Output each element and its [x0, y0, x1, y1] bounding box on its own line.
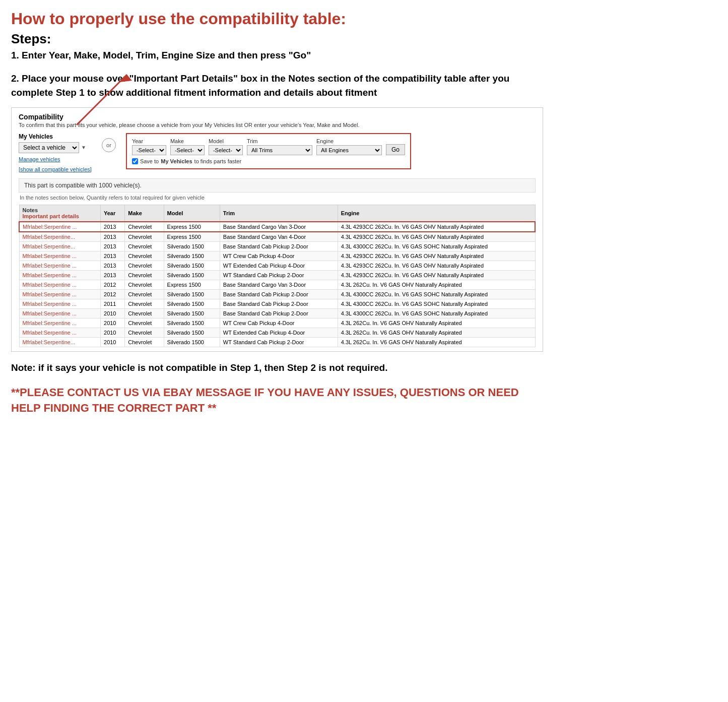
table-cell: Chevrolet — [125, 280, 164, 289]
steps-heading: Steps: — [11, 31, 543, 47]
table-row: Mfrlabel:Serpentine ...2012ChevroletExpr… — [19, 280, 535, 289]
engine-select[interactable]: All Engines — [316, 145, 382, 155]
table-cell: Chevrolet — [125, 328, 164, 337]
red-arrow-annotation — [61, 70, 142, 130]
table-cell: 4.3L 4300CC 262Cu. In. V6 GAS SOHC Natur… — [338, 308, 535, 318]
table-cell: 4.3L 4293CC 262Cu. In. V6 GAS OHV Natura… — [338, 270, 535, 280]
table-row: Mfrlabel:Serpentine ...2013ChevroletSilv… — [19, 251, 535, 261]
compat-count-bar: This part is compatible with 1000 vehicl… — [19, 178, 536, 193]
year-label: Year — [132, 138, 166, 144]
table-cell: WT Crew Cab Pickup 4-Door — [220, 318, 338, 328]
compatibility-table: Notes Important part details Year Make M… — [19, 205, 536, 347]
my-vehicles-section: My Vehicles Select a vehicle ▼ Manage ve… — [19, 133, 92, 173]
go-button[interactable]: Go — [386, 144, 405, 155]
table-cell: Silverado 1500 — [164, 299, 220, 308]
table-cell: Mfrlabel:Serpentine ... — [19, 299, 101, 308]
table-cell: Silverado 1500 — [164, 241, 220, 251]
table-row: Mfrlabel:Serpentine ...2013ChevroletExpr… — [19, 222, 535, 232]
table-cell: 4.3L 262Cu. In. V6 GAS OHV Naturally Asp… — [338, 280, 535, 289]
table-cell: 4.3L 4293CC 262Cu. In. V6 GAS OHV Natura… — [338, 251, 535, 261]
table-cell: Chevrolet — [125, 318, 164, 328]
make-select[interactable]: -Select- — [170, 145, 205, 155]
col-header-notes: Notes Important part details — [19, 205, 101, 222]
table-cell: WT Standard Cab Pickup 2-Door — [220, 270, 338, 280]
year-field: Year -Select- — [132, 138, 166, 155]
table-cell: Base Standard Cargo Van 3-Door — [220, 222, 338, 232]
table-cell: Base Standard Cab Pickup 2-Door — [220, 308, 338, 318]
table-cell: Mfrlabel:Serpentine... — [19, 232, 101, 242]
table-cell: 2010 — [101, 337, 125, 347]
model-select[interactable]: -Select- — [209, 145, 243, 155]
manage-vehicles-link[interactable]: Manage vehicles — [19, 156, 92, 162]
table-cell: 2013 — [101, 232, 125, 242]
show-all-link[interactable]: [show all compatible vehicles] — [19, 166, 92, 172]
table-cell: WT Extended Cab Pickup 4-Door — [220, 261, 338, 270]
year-select[interactable]: -Select- — [132, 145, 166, 155]
table-cell: Chevrolet — [125, 241, 164, 251]
table-cell: Base Standard Cab Pickup 2-Door — [220, 289, 338, 299]
ymm-form: Year -Select- Make -Select- Model — [126, 133, 411, 169]
notes-sub-label: Important part details — [23, 213, 98, 219]
table-cell: Silverado 1500 — [164, 270, 220, 280]
table-cell: Chevrolet — [125, 337, 164, 347]
table-cell: Chevrolet — [125, 251, 164, 261]
col-header-make: Make — [125, 205, 164, 222]
table-cell: Mfrlabel:Serpentine ... — [19, 318, 101, 328]
table-cell: Silverado 1500 — [164, 261, 220, 270]
contact-section: **PLEASE CONTACT US VIA EBAY MESSAGE IF … — [11, 385, 543, 416]
save-checkbox[interactable] — [132, 158, 138, 164]
dropdown-arrow-icon: ▼ — [81, 145, 86, 150]
table-cell: Express 1500 — [164, 232, 220, 242]
table-row: Mfrlabel:Serpentine...2013ChevroletExpre… — [19, 232, 535, 242]
table-row: Mfrlabel:Serpentine ...2010ChevroletSilv… — [19, 318, 535, 328]
table-cell: Mfrlabel:Serpentine ... — [19, 251, 101, 261]
vehicle-select[interactable]: Select a vehicle — [19, 142, 79, 153]
table-cell: Silverado 1500 — [164, 251, 220, 261]
compatibility-box: Compatibility To confirm that this part … — [11, 107, 543, 352]
table-cell: Base Standard Cargo Van 4-Door — [220, 232, 338, 242]
table-cell: Base Standard Cab Pickup 2-Door — [220, 299, 338, 308]
table-cell: 4.3L 4293CC 262Cu. In. V6 GAS OHV Natura… — [338, 261, 535, 270]
table-cell: Mfrlabel:Serpentine ... — [19, 261, 101, 270]
col-header-year: Year — [101, 205, 125, 222]
table-cell: Silverado 1500 — [164, 318, 220, 328]
table-cell: Mfrlabel:Serpentine ... — [19, 328, 101, 337]
table-cell: 2013 — [101, 241, 125, 251]
or-divider: or — [102, 138, 116, 152]
step1-text: 1. Enter Year, Make, Model, Trim, Engine… — [11, 49, 543, 62]
table-cell: Chevrolet — [125, 308, 164, 318]
table-cell: Chevrolet — [125, 232, 164, 242]
table-cell: 2012 — [101, 289, 125, 299]
table-cell: WT Extended Cab Pickup 4-Door — [220, 328, 338, 337]
table-cell: WT Standard Cab Pickup 2-Door — [220, 337, 338, 347]
trim-select[interactable]: All Trims — [247, 145, 312, 155]
table-cell: 2010 — [101, 328, 125, 337]
engine-label: Engine — [316, 138, 382, 144]
model-field: Model -Select- — [209, 138, 243, 155]
table-cell: Mfrlabel:Serpentine ... — [19, 270, 101, 280]
table-row: Mfrlabel:Serpentine ...2013ChevroletSilv… — [19, 270, 535, 280]
table-row: Mfrlabel:Serpentine ...2011ChevroletSilv… — [19, 299, 535, 308]
table-cell: Mfrlabel:Serpentine ... — [19, 280, 101, 289]
table-cell: Base Standard Cab Pickup 2-Door — [220, 241, 338, 251]
table-cell: Chevrolet — [125, 270, 164, 280]
my-vehicles-label: My Vehicles — [19, 133, 92, 140]
table-cell: 2013 — [101, 251, 125, 261]
trim-field: Trim All Trims — [247, 138, 312, 155]
compat-note: In the notes section below, Quantity ref… — [19, 195, 536, 201]
table-row: Mfrlabel:Serpentine...2010ChevroletSilve… — [19, 337, 535, 347]
table-cell: 2012 — [101, 280, 125, 289]
save-text-link: My Vehicles — [161, 158, 192, 164]
table-cell: Mfrlabel:Serpentine ... — [19, 308, 101, 318]
table-cell: 4.3L 262Cu. In. V6 GAS OHV Naturally Asp… — [338, 337, 535, 347]
save-text-post: to finds parts faster — [194, 158, 242, 164]
table-cell: Chevrolet — [125, 299, 164, 308]
make-label: Make — [170, 138, 205, 144]
table-cell: 2013 — [101, 270, 125, 280]
table-row: Mfrlabel:Serpentine ...2012ChevroletSilv… — [19, 289, 535, 299]
save-text-pre: Save to — [140, 158, 159, 164]
table-cell: Chevrolet — [125, 222, 164, 232]
table-cell: Chevrolet — [125, 261, 164, 270]
table-cell: Mfrlabel:Serpentine... — [19, 241, 101, 251]
table-cell: Mfrlabel:Serpentine ... — [19, 289, 101, 299]
